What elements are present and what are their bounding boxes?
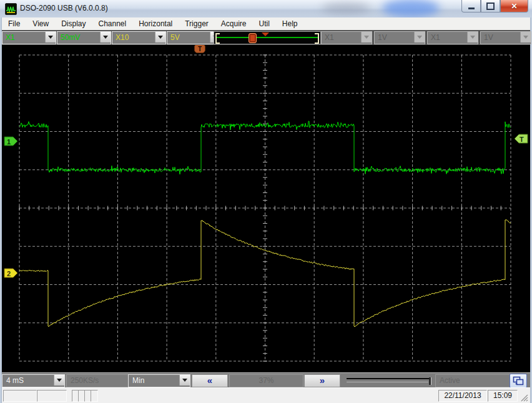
trigger-marker-triangle-icon	[262, 32, 269, 36]
ch3-attenuation-value: X1	[322, 32, 361, 44]
ch4-volts-div-value: 1V	[481, 32, 520, 44]
maximize-button[interactable]	[481, 0, 500, 12]
trigger-position-marker[interactable]: T	[195, 45, 205, 53]
slider-right-bracket-icon	[315, 33, 319, 44]
ch4-attenuation-select: X1	[427, 31, 478, 44]
ch1-attenuation-select[interactable]: X1	[2, 31, 56, 44]
ch2-ground-marker[interactable]: 2	[4, 269, 17, 277]
resize-grip-icon[interactable]	[520, 393, 528, 402]
double-chevron-right-icon: »	[320, 375, 325, 386]
menu-horizontal[interactable]: Horizontal	[132, 17, 179, 30]
buffer-position-readout: 37%	[229, 374, 303, 387]
svg-text:T: T	[520, 136, 524, 143]
ch1-volts-div-select[interactable]: 50mV	[57, 31, 111, 44]
aero-glass-reflection	[382, 0, 440, 17]
ch3-volts-div-select: 1V	[374, 31, 425, 44]
toolbar: X1 50mV X10 5V X1 1V X1 1V	[2, 30, 530, 45]
minimize-icon	[468, 7, 475, 9]
chevron-down-icon	[520, 32, 531, 42]
trigger-level-marker[interactable]: T	[515, 134, 528, 143]
acquire-mode-value: Min	[129, 375, 179, 387]
chevron-down-icon[interactable]	[45, 32, 56, 42]
slider-track-shadow	[347, 382, 428, 382]
trigger-position-slider[interactable]	[214, 31, 321, 44]
chevron-down-icon[interactable]	[100, 32, 111, 42]
scroll-left-button[interactable]: «	[192, 374, 228, 387]
status-panel	[37, 390, 67, 402]
menu-acquire[interactable]: Acquire	[215, 17, 253, 30]
app-logo-icon	[5, 3, 17, 15]
scope-display: T 1 2 T	[2, 45, 530, 372]
svg-text:2: 2	[7, 270, 11, 277]
scroll-right-button[interactable]: »	[304, 374, 340, 387]
menu-display[interactable]: Display	[55, 17, 92, 30]
timebase-select[interactable]: 4 mS	[2, 374, 65, 387]
menu-channel[interactable]: Channel	[92, 17, 133, 30]
date-readout: 22/11/2013	[438, 390, 487, 402]
chevron-down-icon	[414, 32, 425, 42]
aero-glass-reflection	[322, 2, 370, 14]
ch2-volts-div-value: 5V	[167, 32, 210, 44]
menu-trigger[interactable]: Trigger	[179, 17, 215, 30]
ch4-volts-div-select: 1V	[480, 31, 531, 44]
close-button[interactable]: ✕	[500, 0, 528, 12]
chevron-down-icon[interactable]	[54, 375, 64, 386]
svg-text:1: 1	[7, 138, 11, 146]
slider-track	[347, 378, 430, 379]
close-icon: ✕	[511, 2, 517, 11]
chevron-down-icon	[467, 32, 478, 42]
status-bar: 22/11/2013 15:09	[2, 387, 530, 403]
chevron-down-icon[interactable]	[179, 375, 190, 386]
ch3-attenuation-select: X1	[321, 31, 372, 44]
status-panel	[3, 390, 37, 402]
trigger-slider-handle[interactable]	[249, 33, 257, 43]
menu-util[interactable]: Util	[253, 17, 276, 30]
ch1-attenuation-value: X1	[2, 32, 45, 44]
double-chevron-left-icon: «	[207, 375, 212, 386]
status-cell	[91, 390, 98, 402]
maximize-icon	[486, 2, 495, 10]
ch2-attenuation-select[interactable]: X10	[112, 31, 166, 44]
trigger-slider-track	[217, 37, 318, 38]
ch2-attenuation-value: X10	[112, 32, 155, 44]
window-title: DSO-2090 USB (V6.0.0.8)	[20, 4, 108, 12]
menu-bar: File View Display Channel Horizontal Tri…	[2, 17, 530, 31]
chevron-down-icon[interactable]	[155, 32, 165, 42]
menu-file[interactable]: File	[2, 17, 26, 30]
ch4-attenuation-value: X1	[428, 32, 467, 44]
ch1-volts-div-value: 50mV	[57, 32, 100, 44]
horizontal-control-bar: 4 mS 250KS/s Min « 37% » Active	[2, 372, 530, 388]
interface-switch-button[interactable]	[510, 374, 527, 388]
graticule-grid	[19, 55, 511, 361]
ch1-ground-marker[interactable]: 1	[4, 137, 17, 146]
menu-view[interactable]: View	[26, 17, 55, 30]
svg-text:T: T	[198, 46, 202, 52]
buffer-position-slider[interactable]	[345, 374, 434, 386]
timebase-value: 4 mS	[2, 375, 54, 387]
ch2-volts-div-select[interactable]: 5V	[167, 31, 221, 44]
sample-rate-readout: 250KS/s	[66, 374, 131, 387]
acquisition-status: Active	[435, 374, 510, 387]
panels-refresh-icon	[513, 376, 524, 386]
slider-left-bracket-icon	[215, 33, 220, 44]
title-bar: DSO-2090 USB (V6.0.0.8) ✕	[0, 0, 532, 18]
slider-thumb[interactable]	[429, 377, 431, 385]
acquire-mode-select[interactable]: Min	[128, 374, 190, 387]
chevron-down-icon	[361, 32, 372, 42]
minimize-button[interactable]	[461, 0, 481, 12]
ch3-volts-div-value: 1V	[375, 32, 414, 44]
time-readout: 15:09	[488, 390, 518, 402]
menu-help[interactable]: Help	[276, 17, 304, 30]
